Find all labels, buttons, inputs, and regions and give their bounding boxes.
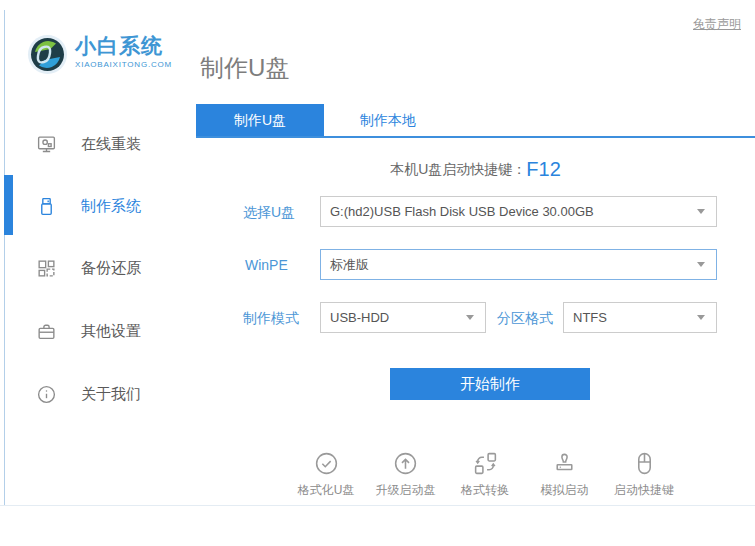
tab-make-usb[interactable]: 制作U盘: [196, 104, 324, 136]
sidebar-item-label: 备份还原: [81, 259, 141, 278]
hotkey-line: 本机U盘启动快捷键：F12: [196, 158, 755, 181]
tool-upgrade-boot-disk[interactable]: 升级启动盘: [367, 450, 445, 499]
upgrade-boot-icon: [392, 450, 419, 477]
tool-label: 模拟启动: [541, 482, 589, 499]
tab-underline: [196, 136, 755, 138]
format-usb-icon: [313, 450, 340, 477]
tab-make-local[interactable]: 制作本地: [324, 104, 452, 136]
chevron-down-icon: [697, 209, 705, 214]
toolbox-icon: [36, 321, 57, 342]
logo-title: 小白系统: [75, 34, 172, 58]
tool-boot-hotkey[interactable]: 启动快捷键: [605, 450, 683, 499]
logo-icon: [27, 34, 68, 75]
sidebar-item-backup-restore[interactable]: 备份还原: [36, 257, 141, 279]
usb-select[interactable]: G:(hd2)USB Flash Disk USB Device 30.00GB: [320, 196, 717, 227]
sidebar-item-label: 制作系统: [81, 197, 141, 216]
tools-bar: 格式化U盘 升级启动盘 格式转换: [287, 450, 683, 499]
usb-select-label: 选择U盘: [243, 204, 295, 222]
bottom-border-line: [0, 505, 755, 506]
usb-select-value: G:(hd2)USB Flash Disk USB Device 30.00GB: [321, 204, 697, 219]
format-convert-icon: [472, 450, 499, 477]
info-icon: [36, 384, 57, 405]
tool-label: 启动快捷键: [614, 482, 674, 499]
sidebar-item-about-us[interactable]: 关于我们: [36, 383, 141, 405]
sidebar-item-label: 其他设置: [81, 322, 141, 341]
winpe-select[interactable]: 标准版: [320, 249, 717, 280]
mode-select[interactable]: USB-HDD: [320, 302, 486, 333]
tool-label: 格式转换: [461, 482, 509, 499]
sidebar-item-online-reinstall[interactable]: 在线重装: [36, 133, 141, 155]
chevron-down-icon: [466, 315, 474, 320]
partition-select-label: 分区格式: [497, 310, 553, 328]
backup-grid-icon: [36, 258, 57, 279]
sidebar-item-other-settings[interactable]: 其他设置: [36, 320, 141, 342]
chevron-down-icon: [697, 315, 705, 320]
tool-format-usb[interactable]: 格式化U盘: [287, 450, 365, 499]
monitor-icon: [36, 134, 57, 155]
usb-icon: [36, 196, 57, 217]
partition-select-value: NTFS: [564, 310, 697, 325]
partition-select[interactable]: NTFS: [563, 302, 717, 333]
hotkey-value: F12: [526, 158, 560, 180]
hotkey-label: 本机U盘启动快捷键：: [390, 161, 526, 177]
winpe-select-value: 标准版: [321, 256, 697, 274]
app-window: 免责声明 小白系统 XIAOBAIXITONG.COM 制作U盘 在线重装: [0, 0, 755, 546]
sidebar-item-label: 在线重装: [81, 135, 141, 154]
logo-subtitle: XIAOBAIXITONG.COM: [75, 60, 172, 69]
app-logo: 小白系统 XIAOBAIXITONG.COM: [27, 34, 172, 75]
sidebar-item-make-system[interactable]: 制作系统: [36, 195, 141, 217]
boot-hotkey-icon: [631, 450, 658, 477]
sidebar-item-label: 关于我们: [81, 385, 141, 404]
page-title: 制作U盘: [200, 52, 289, 84]
simulate-boot-icon: [551, 450, 578, 477]
mode-select-value: USB-HDD: [321, 310, 466, 325]
tool-label: 升级启动盘: [376, 482, 436, 499]
mode-select-label: 制作模式: [243, 310, 299, 328]
start-button[interactable]: 开始制作: [390, 368, 590, 400]
disclaimer-link[interactable]: 免责声明: [693, 16, 741, 33]
tool-format-convert[interactable]: 格式转换: [446, 450, 524, 499]
chevron-down-icon: [697, 262, 705, 267]
tool-simulate-boot[interactable]: 模拟启动: [526, 450, 604, 499]
winpe-select-label: WinPE: [245, 257, 288, 273]
tool-label: 格式化U盘: [298, 482, 355, 499]
active-item-indicator: [4, 175, 13, 235]
left-border-line: [4, 10, 5, 505]
